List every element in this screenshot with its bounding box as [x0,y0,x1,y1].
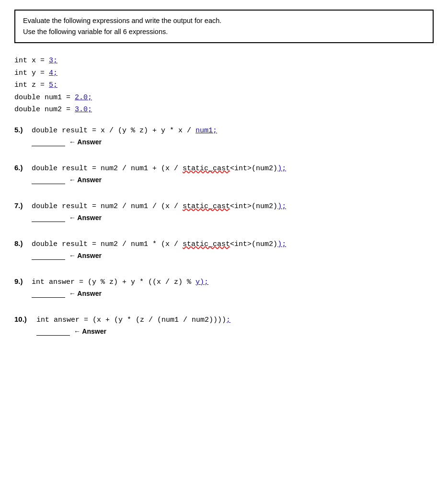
var-x: int x = 3; [14,55,434,67]
var-num1: double num1 = 2.0; [14,92,434,104]
problem-6-blank[interactable] [32,175,65,184]
var-z-value: 5; [49,81,57,89]
problem-7-line: 7.) double result = num2 / num1 / (x / s… [14,201,434,210]
problem-8-blue: ); [277,240,286,248]
problem-9-blue: y); [195,278,208,286]
problem-10-blue: ; [226,316,230,324]
problem-8-number: 8.) [14,239,32,247]
problem-6: 6.) double result = num2 / num1 + (x / s… [14,164,434,184]
problem-7-blue: ); [277,202,286,210]
problem-5-number: 5.) [14,126,32,134]
var-num1-label: double num1 = [14,94,75,102]
problem-8-answer-label: ← Answer [69,252,102,259]
problem-9-blank[interactable] [32,289,65,298]
problem-10: 10.) int answer = (x + (y * (z / (num1 /… [14,315,434,336]
problem-6-answer-label: ← Answer [69,176,102,184]
var-y-label: int y = [14,69,49,77]
problem-5-code: double result = x / (y % z) + y * x / nu… [32,127,217,135]
problem-9-answer-label: ← Answer [69,290,102,297]
problem-7-answer-label: ← Answer [69,214,102,222]
problem-5-line: 5.) double result = x / (y % z) + y * x … [14,126,434,135]
problem-6-number: 6.) [14,164,32,172]
var-num2: double num2 = 3.0; [14,104,434,116]
problem-6-line: 6.) double result = num2 / num1 + (x / s… [14,164,434,173]
problem-10-number: 10.) [14,315,36,323]
variables-section: int x = 3; int y = 4; int z = 5; double … [14,55,434,116]
problem-10-line: 10.) int answer = (x + (y * (z / (num1 /… [14,315,434,324]
var-y-value: 4; [49,69,57,77]
problem-10-answer: ← Answer [36,327,434,336]
var-y: int y = 4; [14,67,434,80]
problem-7-answer: ← Answer [32,213,434,222]
problem-5-blank[interactable] [32,138,65,146]
problem-7-number: 7.) [14,201,32,210]
problem-5-answer-label: ← Answer [69,138,102,146]
problem-7-blank[interactable] [32,213,65,222]
problem-5-blue: num1; [195,127,217,135]
instructions-box: Evaluate the following expressions and w… [14,10,434,43]
problem-8-answer: ← Answer [32,251,434,260]
instructions-line2: Use the following variable for all 6 exp… [23,26,425,37]
var-z-label: int z = [14,81,49,89]
problem-10-answer-label: ← Answer [74,327,106,335]
var-x-value: 3; [49,57,57,65]
problem-6-squiggly: static_cast [183,164,230,173]
var-x-label: int x = [14,57,49,65]
problem-7-code: double result = num2 / num1 / (x / stati… [32,202,286,210]
problem-8-blank[interactable] [32,251,65,260]
problem-6-answer: ← Answer [32,175,434,184]
var-z: int z = 5; [14,79,434,92]
problem-8-line: 8.) double result = num2 / num1 * (x / s… [14,239,434,248]
problem-6-code: double result = num2 / num1 + (x / stati… [32,164,286,173]
problem-8: 8.) double result = num2 / num1 * (x / s… [14,239,434,260]
problem-10-code: int answer = (x + (y * (z / (num1 / num2… [36,316,230,324]
problem-9-code: int answer = (y % z) + y * ((x / z) % y)… [32,278,208,286]
problem-6-blue: ); [277,164,286,173]
problem-9: 9.) int answer = (y % z) + y * ((x / z) … [14,277,434,298]
problem-7-squiggly: static_cast [183,202,230,210]
problem-5-answer: ← Answer [32,138,434,146]
var-num2-label: double num2 = [14,105,75,114]
problem-8-code: double result = num2 / num1 * (x / stati… [32,240,286,248]
problem-9-number: 9.) [14,277,32,285]
var-num1-value: 2.0; [75,94,92,102]
problem-9-line: 9.) int answer = (y % z) + y * ((x / z) … [14,277,434,286]
problem-5: 5.) double result = x / (y % z) + y * x … [14,126,434,146]
instructions-line1: Evaluate the following expressions and w… [23,15,425,26]
problem-8-squiggly: static_cast [183,240,230,248]
problem-9-answer: ← Answer [32,289,434,298]
problem-7: 7.) double result = num2 / num1 / (x / s… [14,201,434,222]
var-num2-value: 3.0; [75,105,92,114]
problem-10-blank[interactable] [36,327,70,336]
